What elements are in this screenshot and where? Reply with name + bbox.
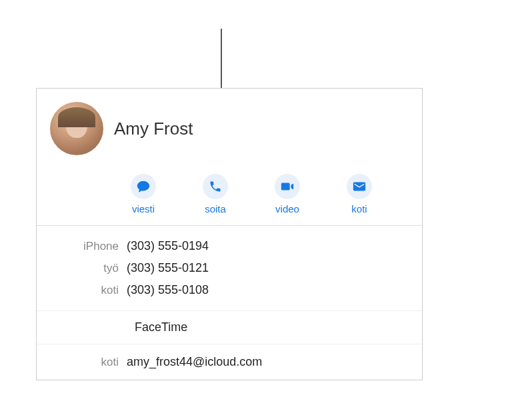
email-value: amy_frost44@icloud.com (127, 355, 262, 369)
email-label: koti (50, 356, 127, 369)
avatar (50, 102, 103, 155)
message-icon (131, 174, 156, 199)
action-row: viesti soita video koti (37, 162, 422, 225)
mail-icon (347, 174, 372, 199)
facetime-title[interactable]: FaceTime (37, 318, 422, 337)
mail-label: koti (351, 203, 367, 214)
contact-header: Amy Frost (37, 89, 422, 162)
message-button[interactable]: viesti (123, 174, 163, 214)
email-row[interactable]: koti amy_frost44@icloud.com (37, 351, 422, 373)
phone-row[interactable]: iPhone (303) 555-0194 (37, 235, 422, 257)
contact-name: Amy Frost (114, 119, 193, 139)
phone-section: iPhone (303) 555-0194 työ (303) 555-0121… (37, 226, 422, 310)
phone-label: iPhone (50, 240, 127, 253)
facetime-section: FaceTime (37, 310, 422, 344)
phone-value: (303) 555-0108 (127, 283, 209, 297)
phone-icon (203, 174, 228, 199)
mail-button[interactable]: koti (339, 174, 379, 214)
call-label: soita (205, 203, 226, 214)
phone-value: (303) 555-0121 (127, 261, 209, 275)
call-button[interactable]: soita (195, 174, 235, 214)
email-section: koti amy_frost44@icloud.com (37, 344, 422, 380)
video-button[interactable]: video (267, 174, 307, 214)
video-label: video (275, 203, 299, 214)
phone-row[interactable]: koti (303) 555-0108 (37, 279, 422, 301)
video-icon (275, 174, 300, 199)
contact-card: Amy Frost viesti soita video koti (36, 88, 423, 380)
message-label: viesti (132, 203, 155, 214)
phone-label: koti (50, 284, 127, 297)
phone-row[interactable]: työ (303) 555-0121 (37, 257, 422, 279)
phone-value: (303) 555-0194 (127, 239, 209, 253)
phone-label: työ (50, 262, 127, 275)
